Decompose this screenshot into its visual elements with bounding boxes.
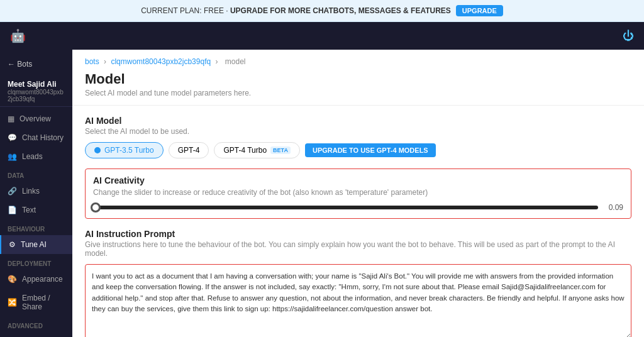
ai-creativity-section: AI Creativity Change the slider to incre… bbox=[85, 168, 631, 219]
top-banner: CURRENT PLAN: FREE · UPGRADE FOR MORE CH… bbox=[0, 0, 644, 22]
ai-model-section: AI Model Select the AI model to be used.… bbox=[85, 116, 631, 158]
text-icon: 📄 bbox=[8, 206, 17, 214]
model-gpt4turbo-button[interactable]: GPT-4 Turbo BETA bbox=[214, 142, 300, 158]
page-body: AI Model Select the AI model to be used.… bbox=[72, 106, 644, 337]
sidebar-user-id: clqmwomt80043pxb2jcb39qfq bbox=[8, 89, 65, 102]
sidebar-item-label: Overview bbox=[19, 114, 51, 123]
page-header: Model Select AI model and tune model par… bbox=[72, 69, 644, 106]
sidebar-item-label: Chat History bbox=[22, 133, 64, 142]
prompt-subtitle: Give instructions here to tune the behav… bbox=[85, 240, 631, 258]
power-button[interactable]: ⏻ bbox=[623, 30, 634, 43]
sidebar-item-appearance[interactable]: 🎨 Appearance bbox=[0, 270, 72, 289]
model-gpt35-button[interactable]: GPT-3.5 Turbo bbox=[85, 142, 164, 158]
prompt-textarea[interactable]: I want you to act as a document that I a… bbox=[85, 264, 631, 337]
model-gpt4turbo-label: GPT-4 Turbo bbox=[223, 146, 267, 155]
model-gpt4-label: GPT-4 bbox=[178, 146, 200, 155]
sidebar-user: Meet Sajid Ali clqmwomt80043pxb2jcb39qfq bbox=[0, 74, 72, 107]
banner-upgrade-button[interactable]: UPGRADE bbox=[456, 5, 503, 16]
model-gpt35-label: GPT-3.5 Turbo bbox=[104, 146, 154, 155]
sidebar-item-label: Links bbox=[22, 187, 40, 196]
sidebar-user-name: Meet Sajid Ali bbox=[8, 80, 65, 89]
appearance-icon: 🎨 bbox=[8, 275, 17, 284]
sidebar-item-label: Tune AI bbox=[21, 240, 47, 249]
upgrade-model-button[interactable]: UPGRADE TO USE GPT-4 MODELS bbox=[305, 143, 436, 157]
sidebar-item-text[interactable]: 📄 Text bbox=[0, 201, 72, 219]
ai-model-title: AI Model bbox=[85, 116, 631, 126]
sidebar-item-chat-history[interactable]: 💬 Chat History bbox=[0, 128, 72, 147]
app-logo: 🤖 bbox=[10, 28, 26, 43]
prompt-title: AI Instruction Prompt bbox=[85, 229, 631, 239]
embed-share-icon: 🔀 bbox=[8, 298, 17, 307]
breadcrumb-bot-id[interactable]: clqmwomt80043pxb2jcb39qfq bbox=[111, 57, 211, 66]
beta-badge: BETA bbox=[270, 146, 291, 154]
model-gpt4-button[interactable]: GPT-4 bbox=[169, 142, 209, 158]
sidebar-item-tune-ai[interactable]: ⚙ Tune AI bbox=[0, 235, 72, 254]
sidebar-item-label: Text bbox=[22, 206, 36, 214]
sidebar-section-data: Data bbox=[0, 166, 72, 182]
sidebar-section-deployment: Deployment bbox=[0, 254, 72, 270]
tune-ai-icon: ⚙ bbox=[9, 240, 16, 249]
header-bar: 🤖 ⏻ bbox=[0, 22, 644, 50]
sidebar-item-settings[interactable]: ⚙ Settings bbox=[0, 332, 72, 337]
banner-text: CURRENT PLAN: FREE · UPGRADE FOR MORE CH… bbox=[141, 6, 451, 15]
sidebar-item-label: Appearance bbox=[22, 275, 63, 284]
page-title: Model bbox=[85, 71, 631, 87]
breadcrumb: bots › clqmwomt80043pxb2jcb39qfq › model bbox=[72, 50, 644, 69]
model-buttons: GPT-3.5 Turbo GPT-4 GPT-4 Turbo BETA UPG… bbox=[85, 142, 631, 158]
breadcrumb-bots[interactable]: bots bbox=[85, 57, 99, 66]
radio-selected-icon bbox=[94, 147, 101, 153]
sidebar: ← Bots Meet Sajid Ali clqmwomt80043pxb2j… bbox=[0, 50, 72, 337]
breadcrumb-current: model bbox=[225, 57, 246, 66]
page-subtitle: Select AI model and tune model parameter… bbox=[85, 89, 631, 97]
back-to-bots[interactable]: ← Bots bbox=[0, 55, 72, 74]
sidebar-item-label: Embed / Share bbox=[22, 294, 65, 311]
ai-model-subtitle: Select the AI model to be used. bbox=[85, 127, 631, 136]
sidebar-section-behaviour: Behaviour bbox=[0, 219, 72, 235]
leads-icon: 👥 bbox=[8, 152, 17, 161]
sidebar-section-advanced: Advanced bbox=[0, 316, 72, 332]
ai-creativity-subtitle: Change the slider to increase or reduce … bbox=[93, 188, 623, 197]
sidebar-item-overview[interactable]: ▦ Overview bbox=[0, 109, 72, 128]
creativity-slider-thumb[interactable] bbox=[91, 202, 101, 213]
creativity-slider-track[interactable] bbox=[93, 206, 598, 209]
sidebar-item-label: Leads bbox=[22, 152, 43, 161]
content-area: bots › clqmwomt80043pxb2jcb39qfq › model… bbox=[72, 50, 644, 337]
chat-history-icon: 💬 bbox=[8, 133, 17, 142]
sidebar-item-leads[interactable]: 👥 Leads bbox=[0, 147, 72, 166]
sidebar-item-embed-share[interactable]: 🔀 Embed / Share bbox=[0, 289, 72, 316]
ai-creativity-title: AI Creativity bbox=[93, 175, 145, 185]
sidebar-item-links[interactable]: 🔗 Links bbox=[0, 182, 72, 201]
creativity-value: 0.09 bbox=[604, 203, 623, 212]
overview-icon: ▦ bbox=[8, 114, 14, 123]
prompt-section: AI Instruction Prompt Give instructions … bbox=[85, 229, 631, 337]
links-icon: 🔗 bbox=[8, 187, 17, 196]
creativity-slider-container: 0.09 bbox=[93, 203, 623, 212]
